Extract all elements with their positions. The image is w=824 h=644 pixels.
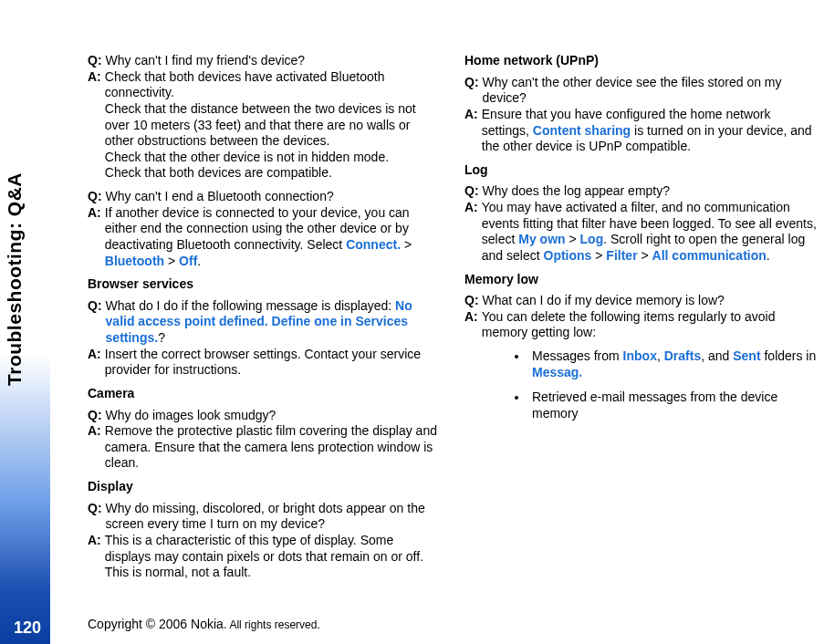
answer: A: You may have activated a filter, and … — [464, 200, 818, 265]
section-heading: Browser services — [88, 276, 441, 293]
q-text: Why can't I find my friend's device? — [106, 53, 441, 69]
a-label: A: — [88, 205, 105, 222]
question: Q: Why does the log appear empty? — [464, 183, 818, 200]
qa-block: Q: Why do images look smudgy? A: Remove … — [88, 408, 441, 473]
q-pre: What do I do if the following message is… — [106, 298, 396, 313]
a-label: A: — [88, 69, 105, 86]
a-line: Check that both devices are compatible. — [105, 165, 332, 180]
gt: > — [566, 232, 580, 246]
section-heading: Camera — [88, 386, 441, 402]
c: , — [657, 348, 664, 363]
dot: . — [767, 248, 770, 263]
a-text: You may have activated a filter, and no … — [482, 200, 818, 265]
qa-block: Q: Why does the log appear empty? A: You… — [464, 183, 818, 264]
ui-term: Messag. — [532, 365, 582, 379]
q-text: Why can't the other device see the files… — [483, 75, 818, 107]
mid: folders in — [761, 348, 817, 363]
a-line: Check that the distance between the two … — [105, 101, 416, 148]
ui-path: Connect. — [346, 237, 401, 252]
ui-path: Log — [580, 232, 604, 246]
question: Q: What can I do if my device memory is … — [464, 293, 818, 309]
ui-path: Options — [544, 248, 592, 263]
a-text: Check that both devices have activated B… — [105, 69, 441, 182]
list-item: Messages from Inbox, Drafts, and Sent fo… — [528, 348, 818, 380]
question: Q: Why do images look smudgy? — [88, 408, 441, 424]
ui-path: All communication — [652, 248, 767, 263]
ui-path: My own — [518, 232, 565, 246]
c: , and — [701, 348, 733, 363]
gt: > — [164, 254, 179, 268]
page-body: Q: Why can't I find my friend's device? … — [88, 53, 818, 600]
a-text: Remove the protective plastic film cover… — [105, 423, 441, 472]
q-text: What do I do if the following message is… — [106, 298, 441, 347]
q-label: Q: — [464, 293, 483, 309]
answer: A: This is a characteristic of this type… — [88, 533, 441, 581]
qa-block: Q: Why can't I find my friend's device? … — [88, 53, 441, 182]
qa-block: Q: What can I do if my device memory is … — [464, 293, 818, 421]
dot: . — [197, 254, 201, 268]
answer: A: If another device is connected to you… — [88, 205, 441, 270]
q-label: Q: — [88, 501, 106, 517]
answer: A: Insert the correct browser settings. … — [88, 347, 441, 379]
qa-block: Q: Why can't I end a Bluetooth connectio… — [88, 189, 441, 269]
a-label: A: — [464, 200, 482, 216]
answer: A: Ensure that you have configured the h… — [464, 107, 818, 155]
bullet-list: Messages from Inbox, Drafts, and Sent fo… — [464, 348, 818, 422]
q-text: Why does the log appear empty? — [483, 183, 818, 200]
qa-block: Q: Why do missing, discolored, or bright… — [88, 501, 441, 581]
q-label: Q: — [464, 75, 483, 91]
ui-term: Sent — [733, 348, 760, 363]
question: Q: Why can't I end a Bluetooth connectio… — [88, 189, 441, 205]
q-label: Q: — [88, 408, 106, 424]
section-heading: Display — [88, 479, 441, 495]
question: Q: What do I do if the following message… — [88, 298, 441, 347]
a-line: Check that the other device is not in hi… — [105, 150, 389, 164]
section-heading: Log — [464, 162, 818, 179]
q-text: Why do missing, discolored, or bright do… — [106, 501, 441, 533]
qa-block: Q: What do I do if the following message… — [88, 298, 441, 379]
ui-path: Filter — [606, 248, 637, 263]
footer: Copyright © 2006 Nokia. All rights reser… — [88, 617, 320, 631]
q-text: Why can't I end a Bluetooth connection? — [106, 189, 441, 205]
a-label: A: — [464, 107, 482, 123]
a-text: You can delete the following items regul… — [482, 309, 818, 341]
q-label: Q: — [464, 183, 483, 200]
a-text: Insert the correct browser settings. Con… — [105, 347, 441, 379]
q-text: What can I do if my device memory is low… — [483, 293, 818, 309]
gt: > — [638, 248, 652, 263]
answer: A: Remove the protective plastic film co… — [88, 423, 441, 472]
section-title-vertical: Troubleshooting: Q&A — [4, 0, 26, 386]
q-label: Q: — [88, 298, 106, 315]
answer: A: Check that both devices have activate… — [88, 69, 441, 182]
section-heading: Home network (UPnP) — [464, 53, 818, 69]
question: Q: Why can't I find my friend's device? — [88, 53, 441, 69]
gt: > — [401, 237, 412, 252]
rights-text: All rights reserved. — [227, 618, 320, 631]
ui-path: Bluetooth — [105, 254, 164, 268]
q-label: Q: — [88, 53, 106, 69]
ui-term: Drafts — [664, 348, 701, 363]
q-post: ? — [158, 330, 165, 345]
b-pre: Messages from — [532, 348, 623, 363]
question: Q: Why can't the other device see the fi… — [464, 75, 818, 107]
a-label: A: — [88, 533, 105, 549]
a-text: If another device is connected to your d… — [105, 205, 441, 270]
ui-path: Off — [179, 254, 197, 268]
answer: A: You can delete the following items re… — [464, 309, 818, 341]
a-label: A: — [464, 309, 482, 326]
a-line: Check that both devices have activated B… — [105, 69, 385, 100]
question: Q: Why do missing, discolored, or bright… — [88, 501, 441, 533]
a-text: This is a characteristic of this type of… — [105, 533, 441, 581]
ui-term: Inbox — [623, 348, 657, 363]
q-text: Why do images look smudgy? — [106, 408, 441, 424]
a-text: Ensure that you have configured the home… — [482, 107, 818, 155]
a-label: A: — [88, 347, 105, 363]
section-heading: Memory low — [464, 272, 818, 288]
copyright-text: Copyright © 2006 Nokia. — [88, 617, 227, 631]
page-number: 120 — [14, 618, 41, 638]
qa-block: Q: Why can't the other device see the fi… — [464, 75, 818, 155]
gt: > — [591, 248, 606, 263]
a-label: A: — [88, 423, 105, 440]
list-item: Retrieved e-mail messages from the devic… — [528, 390, 818, 421]
ui-term: Content sharing — [533, 123, 631, 138]
